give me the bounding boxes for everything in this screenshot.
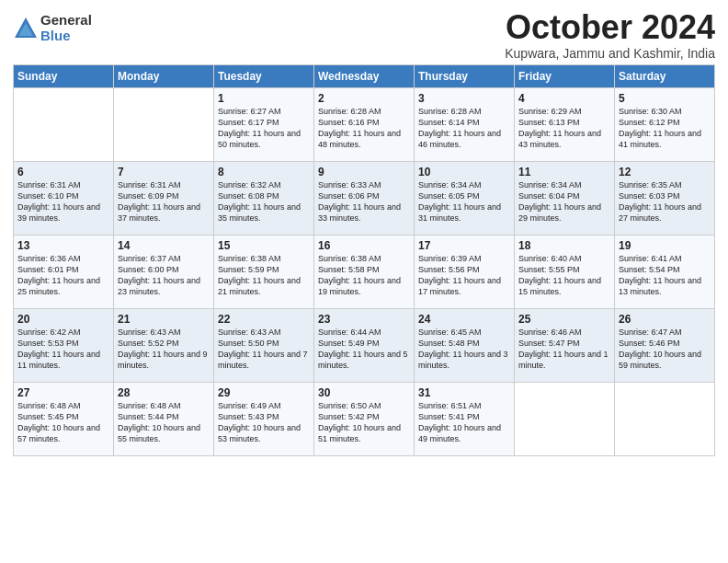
day-number: 8 <box>218 166 310 178</box>
day-number: 21 <box>118 313 210 326</box>
calendar-cell: 13Sunrise: 6:36 AMSunset: 6:01 PMDayligh… <box>14 235 114 308</box>
cell-info: Sunrise: 6:32 AMSunset: 6:08 PMDaylight:… <box>218 180 301 223</box>
calendar-cell: 24Sunrise: 6:45 AMSunset: 5:48 PMDayligh… <box>415 308 515 382</box>
calendar-cell: 14Sunrise: 6:37 AMSunset: 6:00 PMDayligh… <box>114 235 214 308</box>
cell-info: Sunrise: 6:33 AMSunset: 6:06 PMDaylight:… <box>318 180 401 223</box>
calendar-cell: 3Sunrise: 6:28 AMSunset: 6:14 PMDaylight… <box>415 87 515 161</box>
cell-info: Sunrise: 6:41 AMSunset: 5:54 PMDaylight:… <box>619 254 701 296</box>
cell-info: Sunrise: 6:45 AMSunset: 5:48 PMDaylight:… <box>418 327 508 370</box>
calendar-cell: 16Sunrise: 6:38 AMSunset: 5:58 PMDayligh… <box>314 235 415 308</box>
calendar-cell: 15Sunrise: 6:38 AMSunset: 5:59 PMDayligh… <box>214 235 314 308</box>
calendar-cell: 5Sunrise: 6:30 AMSunset: 6:12 PMDaylight… <box>615 87 715 161</box>
logo-icon <box>13 16 39 41</box>
col-header-saturday: Saturday <box>615 64 715 87</box>
cell-info: Sunrise: 6:38 AMSunset: 5:59 PMDaylight:… <box>218 254 301 296</box>
day-number: 10 <box>418 166 510 178</box>
cell-info: Sunrise: 6:47 AMSunset: 5:46 PMDaylight:… <box>619 327 701 370</box>
title-block: October 2024 Kupwara, Jammu and Kashmir,… <box>505 9 715 61</box>
calendar-cell: 29Sunrise: 6:49 AMSunset: 5:43 PMDayligh… <box>214 382 314 455</box>
cell-info: Sunrise: 6:48 AMSunset: 5:44 PMDaylight:… <box>118 401 200 443</box>
day-number: 5 <box>619 92 711 105</box>
cell-info: Sunrise: 6:43 AMSunset: 5:50 PMDaylight:… <box>218 327 308 370</box>
cell-info: Sunrise: 6:36 AMSunset: 6:01 PMDaylight:… <box>17 254 100 296</box>
calendar-cell: 11Sunrise: 6:34 AMSunset: 6:04 PMDayligh… <box>515 161 615 235</box>
day-number: 30 <box>318 386 410 399</box>
cell-info: Sunrise: 6:29 AMSunset: 6:13 PMDaylight:… <box>518 107 601 149</box>
calendar-cell: 10Sunrise: 6:34 AMSunset: 6:05 PMDayligh… <box>415 161 515 235</box>
cell-info: Sunrise: 6:30 AMSunset: 6:12 PMDaylight:… <box>619 107 701 149</box>
calendar-cell: 23Sunrise: 6:44 AMSunset: 5:49 PMDayligh… <box>314 308 415 382</box>
day-number: 1 <box>218 92 310 105</box>
cell-info: Sunrise: 6:51 AMSunset: 5:41 PMDaylight:… <box>418 401 501 443</box>
col-header-friday: Friday <box>515 64 615 87</box>
calendar-cell: 26Sunrise: 6:47 AMSunset: 5:46 PMDayligh… <box>615 308 715 382</box>
cell-info: Sunrise: 6:35 AMSunset: 6:03 PMDaylight:… <box>619 180 701 223</box>
calendar-cell: 17Sunrise: 6:39 AMSunset: 5:56 PMDayligh… <box>415 235 515 308</box>
cell-info: Sunrise: 6:27 AMSunset: 6:17 PMDaylight:… <box>218 107 301 149</box>
day-number: 9 <box>318 166 410 178</box>
calendar-cell <box>515 382 615 455</box>
day-number: 4 <box>518 92 610 105</box>
day-number: 27 <box>17 386 109 399</box>
day-number: 15 <box>218 239 310 252</box>
calendar-cell: 27Sunrise: 6:48 AMSunset: 5:45 PMDayligh… <box>14 382 114 455</box>
day-number: 28 <box>118 386 210 399</box>
cell-info: Sunrise: 6:37 AMSunset: 6:00 PMDaylight:… <box>118 254 200 296</box>
calendar-cell: 21Sunrise: 6:43 AMSunset: 5:52 PMDayligh… <box>114 308 214 382</box>
day-number: 22 <box>218 313 310 326</box>
calendar-table: SundayMondayTuesdayWednesdayThursdayFrid… <box>13 64 715 456</box>
day-number: 14 <box>118 239 210 252</box>
day-number: 25 <box>518 313 610 326</box>
calendar-cell: 8Sunrise: 6:32 AMSunset: 6:08 PMDaylight… <box>214 161 314 235</box>
cell-info: Sunrise: 6:31 AMSunset: 6:10 PMDaylight:… <box>17 180 100 223</box>
calendar-cell: 31Sunrise: 6:51 AMSunset: 5:41 PMDayligh… <box>415 382 515 455</box>
calendar-cell <box>114 87 214 161</box>
calendar-cell: 30Sunrise: 6:50 AMSunset: 5:42 PMDayligh… <box>314 382 415 455</box>
day-number: 13 <box>17 239 109 252</box>
col-header-sunday: Sunday <box>14 64 114 87</box>
calendar-cell: 19Sunrise: 6:41 AMSunset: 5:54 PMDayligh… <box>615 235 715 308</box>
day-number: 2 <box>318 92 410 105</box>
cell-info: Sunrise: 6:46 AMSunset: 5:47 PMDaylight:… <box>518 327 609 370</box>
cell-info: Sunrise: 6:28 AMSunset: 6:14 PMDaylight:… <box>418 107 501 149</box>
day-number: 11 <box>518 166 610 178</box>
calendar-week-row: 1Sunrise: 6:27 AMSunset: 6:17 PMDaylight… <box>14 87 715 161</box>
calendar-cell: 1Sunrise: 6:27 AMSunset: 6:17 PMDaylight… <box>214 87 314 161</box>
cell-info: Sunrise: 6:43 AMSunset: 5:52 PMDaylight:… <box>118 327 208 370</box>
calendar-week-row: 13Sunrise: 6:36 AMSunset: 6:01 PMDayligh… <box>14 235 715 308</box>
calendar-cell: 28Sunrise: 6:48 AMSunset: 5:44 PMDayligh… <box>114 382 214 455</box>
day-number: 24 <box>418 313 510 326</box>
calendar-cell: 7Sunrise: 6:31 AMSunset: 6:09 PMDaylight… <box>114 161 214 235</box>
calendar-cell: 2Sunrise: 6:28 AMSunset: 6:16 PMDaylight… <box>314 87 415 161</box>
col-header-wednesday: Wednesday <box>314 64 415 87</box>
col-header-monday: Monday <box>114 64 214 87</box>
day-number: 6 <box>17 166 109 178</box>
cell-info: Sunrise: 6:34 AMSunset: 6:04 PMDaylight:… <box>518 180 601 223</box>
day-number: 12 <box>619 166 711 178</box>
cell-info: Sunrise: 6:34 AMSunset: 6:05 PMDaylight:… <box>418 180 501 223</box>
day-number: 23 <box>318 313 410 326</box>
calendar-week-row: 20Sunrise: 6:42 AMSunset: 5:53 PMDayligh… <box>14 308 715 382</box>
cell-info: Sunrise: 6:28 AMSunset: 6:16 PMDaylight:… <box>318 107 401 149</box>
day-number: 19 <box>619 239 711 252</box>
col-header-thursday: Thursday <box>415 64 515 87</box>
cell-info: Sunrise: 6:31 AMSunset: 6:09 PMDaylight:… <box>118 180 200 223</box>
cell-info: Sunrise: 6:42 AMSunset: 5:53 PMDaylight:… <box>17 327 100 370</box>
calendar-cell: 12Sunrise: 6:35 AMSunset: 6:03 PMDayligh… <box>615 161 715 235</box>
logo-general: General <box>40 13 92 29</box>
day-number: 17 <box>418 239 510 252</box>
calendar-cell: 25Sunrise: 6:46 AMSunset: 5:47 PMDayligh… <box>515 308 615 382</box>
month-title: October 2024 <box>505 9 715 46</box>
day-number: 3 <box>418 92 510 105</box>
location: Kupwara, Jammu and Kashmir, India <box>505 46 715 61</box>
calendar-cell: 18Sunrise: 6:40 AMSunset: 5:55 PMDayligh… <box>515 235 615 308</box>
day-number: 26 <box>619 313 711 326</box>
calendar-cell <box>14 87 114 161</box>
cell-info: Sunrise: 6:44 AMSunset: 5:49 PMDaylight:… <box>318 327 408 370</box>
day-number: 29 <box>218 386 310 399</box>
cell-info: Sunrise: 6:40 AMSunset: 5:55 PMDaylight:… <box>518 254 601 296</box>
cell-info: Sunrise: 6:39 AMSunset: 5:56 PMDaylight:… <box>418 254 501 296</box>
calendar-header-row: SundayMondayTuesdayWednesdayThursdayFrid… <box>14 64 715 87</box>
day-number: 7 <box>118 166 210 178</box>
day-number: 16 <box>318 239 410 252</box>
